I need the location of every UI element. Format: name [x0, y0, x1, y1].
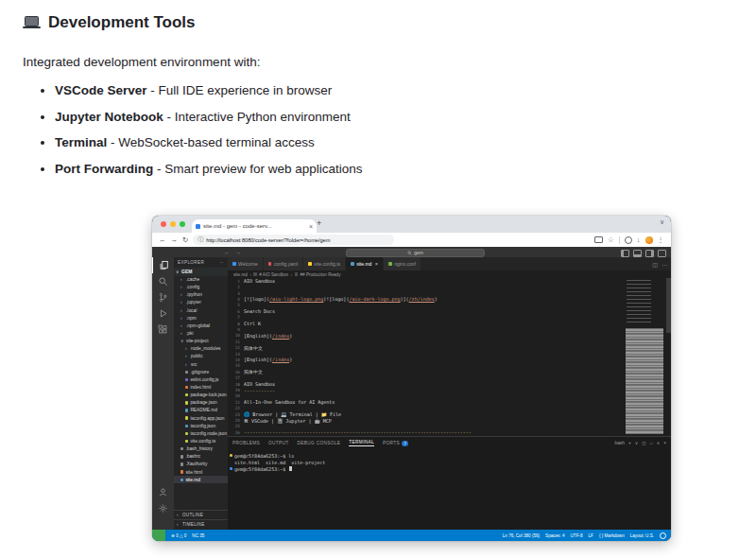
tree-item-.bashrc[interactable]: .bashrc [174, 453, 228, 461]
tree-item-site.html[interactable]: site.html [174, 468, 228, 476]
customize-layout-icon[interactable] [658, 250, 666, 257]
bookmark-star-icon[interactable]: ☆ [608, 236, 614, 244]
tree-item-vite-project[interactable]: ∨vite-project [174, 338, 228, 345]
tree-item-.local[interactable]: ›.local [174, 306, 228, 314]
tree-item-site.md[interactable]: site.md [174, 476, 228, 483]
panel-tab-output[interactable]: OUTPUT [268, 441, 289, 445]
tree-item-tsconfig.node.json[interactable]: tsconfig.node.json [174, 429, 228, 437]
status-item[interactable]: LF [589, 533, 593, 538]
tab-search-icon[interactable]: ∨ [660, 218, 664, 226]
browser-menu-icon[interactable]: ⋮ [658, 236, 665, 244]
tree-item-.config[interactable]: ›.config [174, 284, 228, 291]
status-item[interactable]: Layout: U.S. [630, 533, 654, 538]
site-info-icon[interactable]: ⓘ [198, 235, 203, 244]
kill-terminal-icon[interactable]: □ [650, 441, 653, 445]
tree-item-.npm-global[interactable]: ›.npm-global [174, 322, 228, 329]
close-panel-icon[interactable]: × [663, 441, 666, 445]
breadcrumb-item[interactable]: # AIO Sandbox [259, 272, 288, 277]
forward-button[interactable]: → [171, 236, 179, 244]
status-item[interactable]: UTF-8 [571, 533, 583, 538]
breadcrumb-item[interactable]: ## Production Ready [301, 272, 341, 277]
status-item[interactable]: Ln 76, Col 380 (56) [503, 533, 540, 538]
minimap[interactable] [626, 280, 665, 434]
editor-scrollbar[interactable] [666, 278, 671, 333]
tree-item-tsconfig.json[interactable]: tsconfig.json [174, 422, 228, 429]
status-item[interactable]: Spaces: 4 [545, 533, 564, 538]
editor-tab-nginx.conf[interactable]: nginx.conf [384, 257, 421, 270]
terminal[interactable]: gem@c5f84da6253:~$ lssite.html site.md v… [228, 449, 671, 472]
command-center-search[interactable]: gem [346, 249, 485, 257]
new-terminal-icon[interactable]: + [628, 441, 631, 445]
outline-section[interactable]: › OUTLINE [174, 510, 228, 519]
notifications-icon[interactable] [660, 532, 666, 539]
tree-item-package.json[interactable]: package.json [174, 399, 228, 407]
tree-item-.jupyter[interactable]: ›.jupyter [174, 299, 228, 306]
panel-tab-debug-console[interactable]: DEBUG CONSOLE [298, 441, 341, 445]
new-tab-button[interactable]: + [317, 218, 321, 228]
toggle-sidebar-icon[interactable] [621, 250, 629, 257]
editor-tab-site.md[interactable]: site.md× [346, 257, 384, 270]
tree-item-.bash_history[interactable]: .bash_history [174, 445, 228, 453]
editor-tab-config.yaml[interactable]: config.yaml [264, 257, 303, 270]
tree-item-index.html[interactable]: index.html [174, 383, 228, 391]
tree-item-eslint.config.js[interactable]: eslint.config.js [174, 375, 228, 383]
extensions-activity-icon[interactable] [152, 322, 174, 338]
downloads-icon[interactable]: ↓ [637, 236, 641, 244]
tree-item-public[interactable]: ›public [174, 353, 228, 360]
editor-tab-vite.config.ts[interactable]: vite.config.ts [303, 257, 346, 270]
tree-item-vite.config.ts[interactable]: vite.config.ts [174, 437, 228, 445]
tree-item-tsconfig.app.json[interactable]: tsconfig.app.json [174, 414, 228, 422]
account-icon[interactable] [152, 484, 174, 500]
workspace-root[interactable]: ∨ GEM [174, 268, 228, 276]
source-control-activity-icon[interactable] [152, 289, 174, 305]
run-debug-activity-icon[interactable] [152, 305, 174, 322]
panel-tab-ports[interactable]: PORTS2 [383, 441, 408, 446]
settings-gear-icon[interactable] [152, 500, 174, 516]
explorer-actions-icon[interactable]: ⋯ [219, 260, 224, 265]
browser-tab[interactable]: site.md - gem - code-serv... × [192, 219, 317, 233]
breadcrumb-item[interactable]: site.md [233, 272, 248, 277]
tree-item-.npm[interactable]: ›.npm [174, 314, 228, 322]
split-terminal-icon[interactable]: ◫ [642, 441, 646, 445]
tree-item-.cache[interactable]: ›.cache [174, 276, 228, 284]
panel-tab-problems[interactable]: PROBLEMS [232, 441, 260, 445]
status-item[interactable]: NC 35 [192, 533, 204, 538]
toggle-panel-icon[interactable] [633, 250, 642, 257]
refresh-button[interactable]: ↻ [182, 236, 188, 244]
timeline-section[interactable]: › TIMELINE [174, 519, 228, 529]
back-button[interactable]: ← [159, 236, 166, 244]
status-item[interactable]: { } Markdown [599, 533, 625, 538]
file-icon [185, 378, 188, 381]
tree-item-package-lock.json[interactable]: package-lock.json [174, 392, 228, 399]
macos-close-button[interactable] [161, 221, 166, 227]
history-back-icon[interactable]: ← [224, 250, 230, 255]
tree-item-src[interactable]: ›src [174, 360, 228, 368]
panel-tab-terminal[interactable]: TERMINAL [349, 440, 374, 447]
explorer-activity-icon[interactable] [152, 257, 174, 273]
tree-item-README.md[interactable]: README.md [174, 407, 228, 414]
tree-item-node_modules[interactable]: ›node_modules [174, 345, 228, 353]
tree-item-.ipython[interactable]: ›.ipython [174, 291, 228, 299]
tree-item-.Xauthority[interactable]: .Xauthority [174, 461, 228, 468]
maximize-panel-icon[interactable]: ∧ [657, 441, 661, 445]
tree-item-.pki[interactable]: ›.pki [174, 329, 228, 337]
editor[interactable]: 1AIO Sandbox234[![logo](/aio-light-logo.… [228, 278, 671, 436]
terminal-dropdown-icon[interactable]: ∨ [635, 441, 639, 445]
macos-zoom-button[interactable] [180, 221, 185, 227]
macos-minimize-button[interactable] [170, 221, 176, 227]
install-app-icon[interactable] [594, 236, 603, 243]
history-forward-icon[interactable]: → [235, 250, 241, 255]
tree-item-.gitignore[interactable]: .gitignore [174, 368, 228, 375]
tab-close-icon[interactable]: × [309, 223, 313, 230]
search-activity-icon[interactable] [152, 273, 174, 289]
status-item[interactable]: ⊗ 0 △ 0 [171, 533, 186, 538]
close-icon[interactable]: × [375, 261, 378, 267]
more-actions-icon[interactable]: ⋯ [662, 261, 667, 268]
editor-tab-Welcome[interactable]: Welcome [228, 257, 264, 270]
profile-avatar[interactable] [645, 236, 653, 244]
address-bar[interactable]: ⓘ http://localhost:8080/code-server/?fol… [193, 235, 393, 245]
split-editor-icon[interactable]: ◫ [652, 261, 658, 268]
toggle-secondary-sidebar-icon[interactable] [645, 250, 654, 257]
extensions-icon[interactable] [625, 236, 632, 244]
remote-indicator[interactable] [152, 530, 165, 541]
